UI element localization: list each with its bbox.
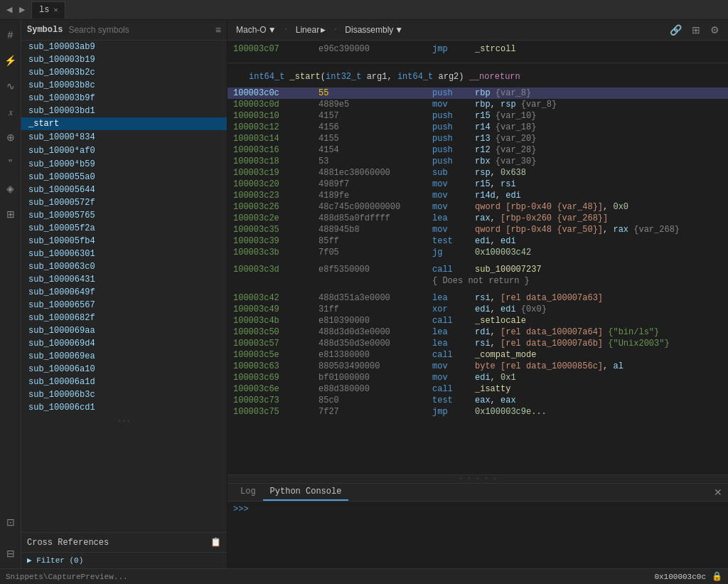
disasm-row[interactable]: 100003c18 53 push rbx {var_30}: [228, 156, 728, 167]
symbol-item[interactable]: sub_100006a10: [21, 363, 227, 376]
active-tab[interactable]: ls ✕: [31, 1, 65, 18]
icon-x[interactable]: 𝑥: [1, 102, 20, 121]
search-input[interactable]: [68, 25, 209, 35]
disasm-row[interactable]: 100003c42 488d351a3e0000 lea rsi, [rel d…: [228, 292, 728, 304]
disasm-row[interactable]: 100003c07 e96c390000 jmp _strcoll: [228, 43, 728, 55]
disasm-row[interactable]: 100003c14 4155 push r13 {var_20}: [228, 133, 728, 144]
icon-quotes[interactable]: ": [1, 154, 20, 172]
icon-layers[interactable]: ⊕: [1, 128, 20, 147]
split-btn[interactable]: ⊞: [689, 23, 703, 37]
col-operands: r12 {var_28}: [475, 145, 722, 155]
symbol-item-start[interactable]: _start: [21, 117, 227, 130]
disasm-row[interactable]: 100003c3d e8f5350000 call sub_100007237: [228, 264, 728, 275]
symbol-item[interactable]: sub_100006cd1: [21, 401, 227, 414]
disasm-row[interactable]: 100003c26 48c745c000000000 mov qword [rb…: [228, 201, 728, 213]
symbol-item[interactable]: sub_100003b19: [21, 53, 227, 66]
symbol-item[interactable]: sub_10000649f: [21, 286, 227, 299]
symbol-item[interactable]: sub_100005644: [21, 184, 227, 196]
symbol-item[interactable]: sub_1000063c0: [21, 260, 227, 273]
symbol-item[interactable]: sub_100003bd1: [21, 105, 227, 117]
symbol-item[interactable]: sub_100003b9f: [21, 92, 227, 105]
symbol-item[interactable]: sub_100006567: [21, 299, 227, 312]
symbol-item[interactable]: sub_100003ab9: [21, 41, 227, 53]
linear-dropdown[interactable]: Linear ▶: [293, 23, 328, 36]
col-operands: r13 {var_20}: [475, 134, 722, 144]
col-addr: 100003c35: [233, 225, 318, 235]
disasm-row[interactable]: 100003c16 4154 push r12 {var_28}: [228, 144, 728, 156]
symbol-item[interactable]: sub_10000572f: [21, 196, 227, 209]
symbol-item[interactable]: sub_10000⁴af0: [21, 144, 227, 157]
disasm-row[interactable]: 100003c63 880503490000 mov byte [rel dat…: [228, 361, 728, 372]
tab-back-btn[interactable]: ◀: [3, 4, 16, 16]
disasm-row[interactable]: 100003c50 488d3d0d3e0000 lea rdi, [rel d…: [228, 326, 728, 338]
icon-hash[interactable]: #: [1, 26, 20, 44]
col-addr: 100003c73: [233, 395, 318, 405]
disasm-row[interactable]: 100003c23 4189fe mov r14d, edi: [228, 190, 728, 201]
symbol-item[interactable]: sub_10000682f: [21, 312, 227, 324]
disasm-row-highlighted[interactable]: 100003c0c 55 push rbp {var_8}: [228, 87, 728, 99]
disasm-row[interactable]: 100003c6e e88d380000 call _isatty: [228, 383, 728, 395]
col-bytes: 4889e5: [318, 100, 432, 110]
macho-dropdown[interactable]: Mach-O ▼: [233, 23, 279, 36]
icon-grid2[interactable]: ⊟: [1, 544, 20, 563]
symbol-item[interactable]: sub_10000⁴b59: [21, 157, 227, 171]
tab-python-console[interactable]: Python Console: [263, 484, 349, 501]
icon-lightning[interactable]: ⚡: [1, 51, 20, 70]
hamburger-btn[interactable]: ≡: [215, 24, 221, 36]
col-operands: rax, [rbp-0x260 {var_268}]: [475, 213, 722, 223]
symbol-item[interactable]: sub_100005fb4: [21, 235, 227, 248]
symbol-item[interactable]: sub_100003b2c: [21, 66, 227, 79]
disasm-row[interactable]: 100003c12 4156 push r14 {var_18}: [228, 122, 728, 133]
col-mnemonic: call: [432, 384, 475, 394]
disasm-row[interactable]: 100003c49 31ff xor edi, edi {0x0}: [228, 304, 728, 315]
col-bytes: e813380000: [318, 350, 432, 360]
disassembly-dropdown[interactable]: Disassembly ▼: [342, 23, 406, 36]
disasm-row[interactable]: 100003c75 7f27 jmp 0x100003c9e...: [228, 406, 728, 418]
symbol-item[interactable]: sub_100005f2a: [21, 222, 227, 235]
symbol-item[interactable]: sub_1000069ea: [21, 350, 227, 363]
symbol-item[interactable]: sub_100005765: [21, 209, 227, 222]
symbol-item[interactable]: sub_100003b8c: [21, 79, 227, 92]
disasm-row[interactable]: 100003c35 488945b8 mov qword [rbp-0x48 {…: [228, 224, 728, 235]
disasm-row[interactable]: 100003c69 bf01000000 mov edi, 0x1: [228, 372, 728, 383]
disasm-row[interactable]: 100003c39 85ff test edi, edi: [228, 235, 728, 247]
tab-log[interactable]: Log: [233, 484, 263, 501]
horiz-scrollbar[interactable]: · · · · ·: [228, 474, 728, 483]
col-bytes: 7f05: [318, 248, 432, 258]
disasm-content[interactable]: 100003c07 e96c390000 jmp _strcoll int64_…: [228, 41, 728, 474]
disasm-row[interactable]: 100003c3b 7f05 jg 0x100003c42: [228, 247, 728, 258]
symbol-item[interactable]: sub_1000055a0: [21, 171, 227, 184]
col-addr: 100003c26: [233, 202, 318, 212]
xref-filter[interactable]: ▶ Filter (0): [27, 556, 83, 565]
settings-btn[interactable]: ⚙: [707, 23, 722, 37]
icon-bottom[interactable]: ⊡: [1, 513, 20, 531]
disasm-row[interactable]: 100003c4b e810390000 call _setlocale: [228, 315, 728, 326]
symbol-item[interactable]: sub_1000069aa: [21, 324, 227, 337]
console-input[interactable]: [252, 504, 722, 514]
symbol-item[interactable]: sub_100006b3c: [21, 388, 227, 401]
symbol-item[interactable]: sub_100006301: [21, 248, 227, 260]
symbols-list[interactable]: sub_100003ab9 sub_100003b19 sub_100003b2…: [21, 41, 227, 532]
disasm-row[interactable]: 100003c2e 488d85a0fdffff lea rax, [rbp-0…: [228, 213, 728, 224]
icon-tag[interactable]: ◈: [1, 179, 20, 198]
disasm-row[interactable]: 100003c0d 4889e5 mov rbp, rsp {var_8}: [228, 99, 728, 110]
disasm-row[interactable]: 100003c10 4157 push r15 {var_10}: [228, 110, 728, 122]
col-addr: 100003c50: [233, 327, 318, 337]
bottom-close-btn[interactable]: ✕: [714, 487, 722, 498]
symbol-item[interactable]: sub_1000069d4: [21, 337, 227, 350]
col-mnemonic: sub: [432, 168, 475, 178]
disasm-row[interactable]: 100003c57 488d350d3e0000 lea rsi, [rel d…: [228, 338, 728, 349]
link-btn[interactable]: 🔗: [667, 23, 685, 37]
tab-fwd-btn[interactable]: ▶: [16, 4, 28, 16]
disasm-row[interactable]: 100003c5e e813380000 call _compat_mode: [228, 349, 728, 361]
symbol-item[interactable]: sub_10000⁴834: [21, 130, 227, 144]
icon-wave[interactable]: ∿: [1, 77, 20, 95]
col-bytes: 488d350d3e0000: [318, 339, 432, 349]
symbol-item[interactable]: sub_100006431: [21, 273, 227, 286]
disasm-row[interactable]: 100003c73 85c0 test eax, eax: [228, 395, 728, 406]
tab-close-btn[interactable]: ✕: [53, 6, 58, 14]
disasm-row[interactable]: 100003c19 4881ec38060000 sub rsp, 0x638: [228, 167, 728, 179]
disasm-row[interactable]: 100003c20 4989f7 mov r15, rsi: [228, 179, 728, 190]
icon-graph[interactable]: ⊞: [1, 205, 20, 223]
symbol-item[interactable]: sub_100006a1d: [21, 376, 227, 388]
